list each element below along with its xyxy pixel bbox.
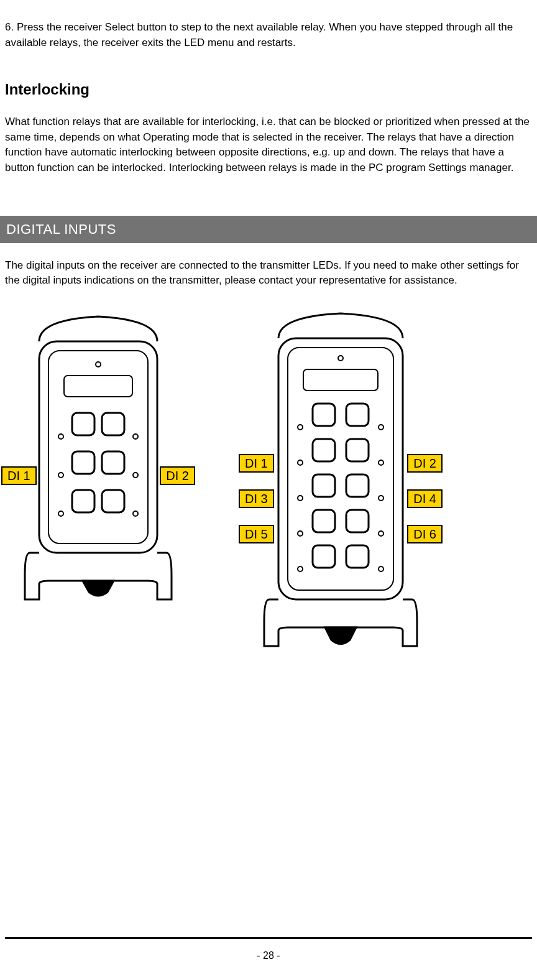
svg-rect-26: [313, 510, 335, 532]
svg-point-37: [379, 531, 383, 536]
svg-point-31: [379, 425, 383, 430]
interlocking-text: What function relays that are available …: [5, 114, 532, 176]
svg-point-15: [133, 511, 138, 516]
svg-rect-25: [346, 474, 369, 497]
svg-rect-8: [72, 490, 94, 512]
svg-point-10: [58, 434, 63, 439]
label-di3: DI 3: [239, 489, 274, 508]
digital-inputs-heading: DIGITAL INPUTS: [0, 216, 537, 243]
svg-point-14: [58, 511, 63, 516]
label-di6: DI 6: [407, 525, 443, 543]
svg-rect-29: [346, 545, 369, 568]
svg-rect-23: [346, 439, 369, 461]
svg-rect-5: [102, 413, 124, 435]
svg-rect-6: [72, 451, 94, 474]
svg-point-30: [298, 425, 303, 430]
digital-inputs-text: The digital inputs on the receiver are c…: [5, 258, 532, 289]
svg-rect-7: [102, 451, 124, 474]
svg-point-12: [58, 473, 63, 478]
svg-point-19: [338, 356, 343, 361]
svg-point-13: [133, 473, 138, 478]
svg-rect-2: [64, 376, 132, 397]
svg-point-38: [298, 566, 303, 571]
transmitter-small-diagram: DI 1 DI 2: [5, 307, 191, 631]
page-number: - 28 -: [0, 948, 537, 963]
svg-point-11: [133, 434, 138, 439]
svg-rect-24: [313, 474, 335, 497]
svg-point-39: [379, 566, 383, 571]
svg-rect-16: [278, 338, 403, 599]
label-di1: DI 1: [1, 466, 37, 485]
interlocking-heading: Interlocking: [5, 79, 532, 101]
label-di2: DI 2: [160, 466, 195, 485]
svg-point-3: [96, 362, 101, 367]
svg-rect-22: [313, 439, 335, 461]
label-di1-large: DI 1: [239, 454, 274, 473]
svg-rect-0: [39, 341, 157, 553]
svg-rect-20: [313, 404, 335, 426]
svg-point-33: [379, 460, 383, 465]
svg-rect-28: [313, 545, 335, 568]
label-di2-large: DI 2: [407, 454, 443, 473]
svg-rect-9: [102, 490, 124, 512]
svg-rect-21: [346, 404, 369, 426]
svg-rect-4: [72, 413, 94, 435]
footer-rule: [5, 937, 532, 939]
svg-point-34: [298, 496, 303, 501]
svg-point-35: [379, 496, 383, 501]
step-6-text: 6. Press the receiver Select button to s…: [5, 20, 532, 50]
svg-rect-18: [303, 369, 378, 391]
svg-rect-27: [346, 510, 369, 532]
label-di4: DI 4: [407, 489, 443, 508]
label-di5: DI 5: [239, 525, 274, 543]
svg-point-36: [298, 531, 303, 536]
svg-point-32: [298, 460, 303, 465]
diagram-row: DI 1 DI 2: [5, 307, 532, 680]
transmitter-large-diagram: DI 1 DI 2 DI 3 DI 4 DI 5 DI 6: [241, 307, 440, 680]
